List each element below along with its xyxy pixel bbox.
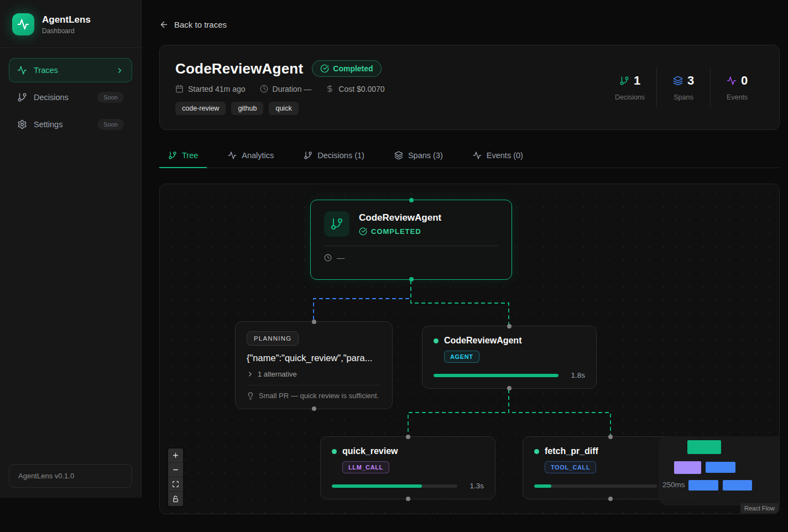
node-handle[interactable] — [608, 497, 613, 501]
node-handle[interactable] — [312, 406, 316, 411]
clock-icon — [260, 85, 268, 93]
back-to-traces-link[interactable]: Back to traces — [159, 20, 227, 29]
agentlens-logo-icon — [12, 13, 34, 35]
tab-events[interactable]: Events (0) — [464, 145, 532, 168]
layers-icon — [394, 151, 403, 160]
node-handle[interactable] — [406, 435, 410, 439]
gear-icon — [17, 119, 27, 129]
node-handle[interactable] — [608, 435, 613, 439]
flow-canvas[interactable]: CodeReviewAgent COMPLETED — P — [159, 184, 780, 514]
tag: quick — [269, 102, 298, 115]
node-status: COMPLETED — [371, 227, 421, 236]
flow-node-planning-decision[interactable]: PLANNING {"name":"quick_review","para...… — [235, 321, 393, 409]
app-root: AgentLens Dashboard Traces Decisions Soo… — [0, 0, 788, 532]
span-duration: 250ms — [662, 481, 685, 489]
minimap-node — [687, 440, 721, 454]
tab-analytics[interactable]: Analytics — [219, 145, 283, 168]
span-type-badge: AGENT — [444, 351, 479, 363]
git-branch-icon — [324, 211, 349, 237]
activity-icon — [727, 76, 737, 86]
flow-node-span-agent[interactable]: CodeReviewAgent AGENT 1.8s — [422, 326, 597, 389]
brand: AgentLens Dashboard — [0, 0, 141, 48]
zoom-out-button[interactable] — [168, 463, 183, 477]
status-dot — [534, 449, 539, 454]
duration-bar — [332, 484, 457, 488]
zoom-in-button[interactable] — [168, 448, 183, 463]
span-type-badge: LLM_CALL — [342, 461, 389, 473]
brand-name: AgentLens — [42, 14, 91, 25]
node-handle[interactable] — [409, 277, 414, 281]
flow-node-root-agent[interactable]: CodeReviewAgent COMPLETED — — [310, 200, 512, 280]
trace-stats: 1 Decisions 3 Spans 0 — [603, 67, 764, 107]
status-dot — [434, 338, 439, 343]
node-title: CodeReviewAgent — [444, 336, 521, 346]
duration-bar — [434, 374, 559, 377]
node-handle[interactable] — [312, 320, 316, 324]
fit-view-button[interactable] — [168, 477, 183, 492]
sidebar-nav: Traces Decisions Soon Settings Soon — [0, 48, 141, 147]
activity-icon — [228, 151, 237, 160]
trace-header-card: CodeReviewAgent Completed Started 41m ag… — [159, 45, 780, 130]
sidebar-version: AgentLens v0.1.0 — [9, 464, 132, 488]
tab-tree[interactable]: Tree — [159, 145, 207, 168]
dollar-icon — [326, 85, 334, 93]
node-handle[interactable] — [406, 497, 410, 501]
alternatives-toggle[interactable]: 1 alternative — [247, 370, 381, 378]
span-duration: 1.8s — [565, 371, 585, 379]
lightbulb-icon — [247, 392, 254, 400]
git-branch-icon — [168, 151, 177, 160]
check-circle-icon — [359, 227, 367, 236]
git-branch-icon — [619, 76, 629, 86]
tag: github — [231, 102, 263, 115]
status-label: Completed — [333, 64, 373, 73]
flow-node-span-quick-review[interactable]: quick_review LLM_CALL 1.3s — [320, 436, 495, 499]
minimap-node — [674, 461, 701, 474]
stat-spans: 3 Spans — [657, 74, 710, 101]
cost-meta: Cost $0.0070 — [326, 85, 384, 93]
calendar-icon — [175, 85, 184, 93]
node-title: CodeReviewAgent — [359, 212, 441, 223]
minimap-node — [688, 480, 718, 491]
started-meta: Started 41m ago — [175, 85, 246, 93]
sidebar: AgentLens Dashboard Traces Decisions Soo… — [0, 0, 142, 498]
chevron-right-icon — [116, 66, 124, 75]
sidebar-item-decisions[interactable]: Decisions Soon — [9, 85, 132, 109]
flow-minimap[interactable] — [659, 436, 779, 505]
tab-decisions[interactable]: Decisions (1) — [295, 145, 373, 168]
main-content: Back to traces CodeReviewAgent Completed… — [142, 0, 788, 532]
node-handle[interactable] — [409, 198, 414, 202]
node-title: quick_review — [342, 446, 398, 456]
duration-meta: Duration — — [260, 85, 312, 93]
git-branch-icon — [17, 92, 27, 102]
brand-subtitle: Dashboard — [42, 27, 91, 35]
sidebar-item-label: Traces — [34, 66, 58, 75]
clock-icon — [324, 254, 332, 262]
tags-row: code-review github quick — [175, 102, 385, 115]
activity-icon — [473, 151, 482, 160]
node-handle[interactable] — [507, 386, 512, 390]
layers-icon — [673, 76, 683, 86]
span-type-badge: TOOL_CALL — [545, 461, 596, 473]
soon-badge: Soon — [97, 119, 124, 130]
node-handle[interactable] — [507, 324, 512, 328]
status-badge: Completed — [312, 60, 381, 77]
node-title: fetch_pr_diff — [545, 446, 598, 456]
stat-events: 0 Events — [711, 74, 764, 101]
sidebar-item-traces[interactable]: Traces — [9, 58, 132, 82]
flow-controls — [168, 448, 183, 506]
arrow-left-icon — [159, 20, 169, 29]
chevron-right-icon — [247, 371, 254, 378]
trace-title: CodeReviewAgent — [175, 60, 303, 77]
minimap-node — [723, 480, 752, 491]
react-flow-attribution[interactable]: React Flow — [740, 503, 779, 513]
sidebar-item-label: Settings — [34, 120, 62, 129]
tab-spans[interactable]: Spans (3) — [385, 145, 452, 168]
span-duration: 1.3s — [464, 482, 484, 490]
decision-action: {"name":"quick_review","para... — [247, 353, 381, 363]
decision-reason: Small PR — quick review is sufficient. — [259, 392, 379, 400]
sidebar-item-label: Decisions — [34, 93, 69, 102]
node-duration: — — [337, 253, 345, 262]
detail-tabs: Tree Analytics Decisions (1) Spans (3) E… — [159, 145, 780, 168]
lock-toggle-button[interactable] — [168, 492, 183, 506]
sidebar-item-settings[interactable]: Settings Soon — [9, 112, 132, 137]
